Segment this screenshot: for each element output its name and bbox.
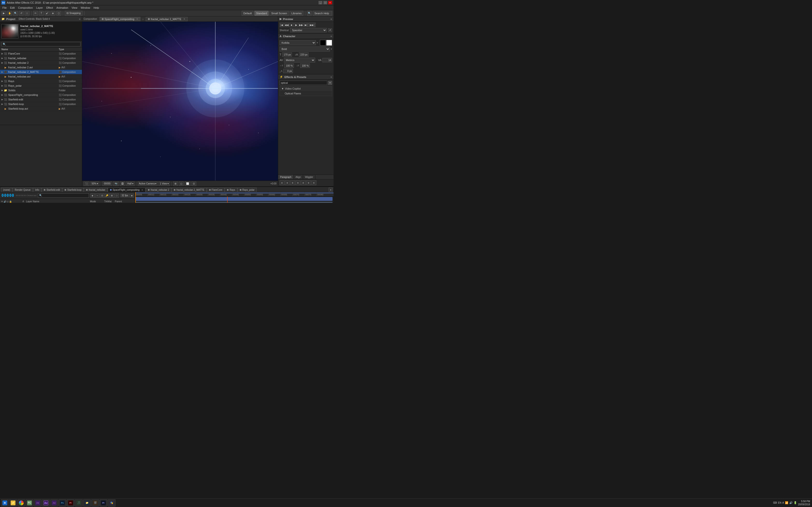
font-select[interactable]: Koikila	[280, 40, 316, 45]
search-button[interactable]: 🔍	[307, 11, 312, 16]
tl-small-btn[interactable]: ◈	[130, 193, 134, 198]
list-item[interactable]: ▶ ⬛ Rays ⬛ Composition	[0, 79, 82, 83]
select-tool[interactable]: ▶	[1, 11, 6, 16]
list-item[interactable]: ▶ fractal_nebulae.avi ▶ AVI	[0, 74, 82, 79]
tab-close[interactable]: ✕	[136, 18, 138, 20]
minimize-button[interactable]: _	[318, 1, 322, 4]
background-color-swatch[interactable]	[326, 40, 332, 46]
tl-tab-starfield-loop[interactable]: Starfield-loop	[62, 187, 84, 192]
effects-item-optical-flares[interactable]: Optical Flares	[280, 91, 332, 96]
expand-icon[interactable]: ▶	[1, 89, 4, 92]
timeline-ruler[interactable]: 00005 00010 00015 00020 00025 00030 0003…	[135, 192, 334, 196]
zoom-tool[interactable]: 🔍	[13, 11, 18, 16]
paragraph-tab[interactable]: Paragraph	[278, 175, 294, 179]
snapping-toggle[interactable]: ⊟ Snapping	[65, 11, 83, 16]
audio-header[interactable]: 🔊	[4, 201, 6, 203]
vp-grid[interactable]: ⊞	[173, 181, 178, 186]
pen-tool[interactable]: ✏	[33, 11, 38, 16]
effects-search-input[interactable]	[280, 80, 327, 85]
style-select[interactable]: Bold	[280, 47, 330, 51]
tracking-select[interactable]: Metrics	[284, 58, 315, 62]
tl-tab-flarecore[interactable]: FlareCore	[207, 187, 224, 192]
foreground-color-swatch[interactable]	[320, 40, 326, 46]
playhead[interactable]	[135, 192, 136, 196]
expand-icon[interactable]: ▶	[1, 62, 4, 64]
menu-effect[interactable]: Effect	[45, 6, 54, 10]
list-item[interactable]: ▶ ⬛ Starfield-edit ⬛ Composition	[0, 97, 82, 102]
clone-tool[interactable]: ◈	[51, 11, 55, 16]
tl-tab-renderqueue[interactable]: Render Queue	[12, 187, 33, 192]
prev-frame-button[interactable]: ◀◀	[285, 23, 289, 27]
vp-region[interactable]: ⬜	[185, 181, 191, 186]
list-item-selected[interactable]: ▶ ⬛ fractal_nebulae 2_MATTE ⬛ Compositio…	[0, 70, 82, 74]
list-item[interactable]: ▶ ⬛ fractal_nebulae 2 ⬛ Composition	[0, 61, 82, 65]
expand-icon[interactable]: ▶	[1, 94, 4, 96]
timeline-timecode[interactable]: 00000	[1, 193, 14, 198]
vp-zoom[interactable]: 50% ▾	[90, 181, 99, 186]
vp-mask[interactable]: ◻	[179, 181, 184, 186]
stop-button[interactable]: ■	[289, 23, 294, 27]
next-frame-button[interactable]: ▶▶	[299, 23, 303, 27]
expand-icon[interactable]: ▶	[1, 103, 4, 105]
solo-header[interactable]: ◎	[7, 201, 9, 203]
tl-tab-fractal-nebulae[interactable]: fractal_nebulae	[84, 187, 107, 192]
comp-tab-spaceflight[interactable]: SpaceFlight_compositing ✕	[100, 17, 140, 21]
list-item[interactable]: ▶ ⬛ Starfield-loop ⬛ Composition	[0, 102, 82, 107]
timeline-tool-6[interactable]: □	[114, 193, 119, 198]
expand-icon[interactable]: ▶	[1, 84, 4, 87]
first-frame-button[interactable]: |◀	[280, 23, 284, 27]
menu-window[interactable]: Window	[79, 6, 92, 10]
justify-left-button[interactable]: ≡	[296, 180, 300, 185]
eraser-tool[interactable]: ◻	[56, 11, 61, 16]
expand-icon[interactable]: ▶	[1, 80, 4, 82]
style-dropdown-arrow[interactable]: ▾	[331, 48, 332, 50]
list-item[interactable]: ▶ ⬛ Rays_polar ⬛ Composition	[0, 83, 82, 88]
expand-icon[interactable]: ▶	[1, 52, 4, 55]
timeline-tool-3[interactable]: ⊡	[100, 193, 104, 198]
timeline-tool-2[interactable]: ↔	[95, 193, 100, 198]
text-tool[interactable]: T	[39, 11, 44, 16]
wiggler-tab[interactable]: Wiggler	[303, 175, 315, 179]
list-item[interactable]: ▶ fractal_nebulae 2.avi ▶ AVI	[0, 65, 82, 70]
vp-camera[interactable]: Active Camera ▾	[138, 181, 158, 186]
maximize-button[interactable]: □	[323, 1, 327, 4]
reset-shortcut[interactable]: ↺	[328, 28, 332, 32]
tl-tab-info[interactable]: Info	[33, 187, 42, 192]
leading-input[interactable]	[299, 52, 309, 57]
font-size-input[interactable]	[282, 52, 292, 57]
paint-tool[interactable]: 🖌	[45, 11, 50, 16]
tl-tab-spaceflight[interactable]: SpaceFlight_compositing ✕	[108, 187, 146, 192]
effects-search-clear[interactable]: ✕	[328, 81, 332, 85]
workspace-default[interactable]: Default	[242, 11, 254, 16]
visibility-header[interactable]: 👁	[1, 201, 3, 203]
menu-layer[interactable]: Layer	[35, 6, 45, 10]
timeline-tool-5[interactable]: ⊞	[110, 193, 114, 198]
list-item[interactable]: ▶ 📁 Solids Folder	[0, 88, 82, 93]
vp-snapshot[interactable]: 📷	[113, 181, 119, 186]
workspace-small[interactable]: Small Screen	[269, 11, 289, 16]
scale-h-input[interactable]	[284, 63, 294, 68]
tl-tab-rays[interactable]: Rays	[225, 187, 237, 192]
vp-view-count[interactable]: 1 View ▾	[158, 181, 170, 186]
expand-icon[interactable]: ▶	[1, 98, 4, 101]
vp-transport-controls[interactable]: ⬛	[84, 181, 89, 186]
tab-close[interactable]: ✕	[141, 189, 143, 191]
timeline-search-input[interactable]	[38, 193, 89, 198]
tl-tab-fractal-matte[interactable]: fractal_nebulae 2_MATTE	[171, 187, 206, 192]
menu-animation[interactable]: Animation	[55, 6, 69, 10]
justify-all-button[interactable]: ≡	[311, 180, 316, 185]
list-item[interactable]: ▶ ⬛ fractal_nebulae ⬛ Composition	[0, 56, 82, 61]
comp-tab-fractal[interactable]: fractal_nebulae 2_MATTE ✕	[146, 17, 188, 21]
baseline-input[interactable]	[283, 69, 293, 73]
vp-timecode[interactable]: 00055	[102, 181, 112, 186]
shape-tool[interactable]: □	[24, 11, 30, 16]
list-item[interactable]: ▶ ⬛ SpaceFlight_compositing ⬛ Compositio…	[0, 93, 82, 97]
font-dropdown-arrow[interactable]: ▾	[317, 42, 318, 44]
tab-close[interactable]: ✕	[184, 18, 185, 20]
rotate-tool[interactable]: ↺	[19, 11, 24, 16]
align-center-button[interactable]: ≡	[285, 180, 290, 185]
lock-header[interactable]: 🔒	[9, 201, 12, 203]
project-list[interactable]: ▶ ⬛ FlareCore ⬛ Composition ▶ ⬛ fractal_…	[0, 51, 82, 125]
project-panel-close[interactable]: ≡	[79, 18, 81, 20]
vp-resolution[interactable]: Half ▾	[126, 181, 135, 186]
